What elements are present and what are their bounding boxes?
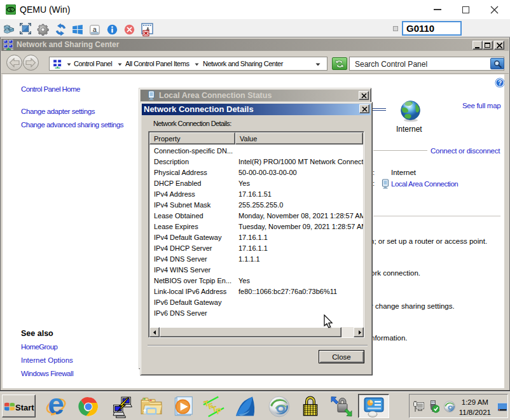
- svg-text:P: P: [216, 406, 223, 416]
- svg-text:e: e: [48, 396, 64, 417]
- svg-text:a: a: [93, 26, 97, 33]
- svg-text:?: ?: [498, 80, 502, 87]
